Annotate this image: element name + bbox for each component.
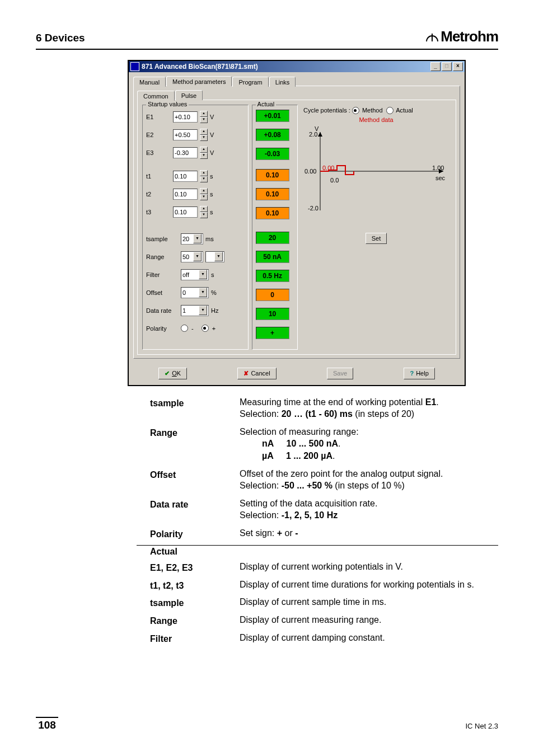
set-button[interactable]: Set [366, 233, 387, 244]
input-e3[interactable] [173, 147, 198, 158]
save-button[interactable]: Save [327, 368, 353, 379]
cancel-button[interactable]: ✘Cancel [237, 368, 276, 379]
radio-actual[interactable] [386, 107, 394, 114]
spinner-e3[interactable] [200, 147, 208, 159]
input-t1[interactable] [173, 171, 198, 182]
chart-caption: Method data [303, 116, 449, 123]
input-t2[interactable] [173, 189, 198, 200]
tab-links[interactable]: Links [269, 77, 296, 87]
dialog-window: 871 Advanced BioScan(871\871.smt) _ □ × … [128, 60, 466, 386]
select-tsample[interactable]: 20 [181, 233, 203, 245]
cycle-label: Cycle potentials : [303, 107, 350, 114]
actual-offset: 0 [256, 289, 289, 301]
actual-e3: -0.03 [256, 148, 289, 160]
subtab-common[interactable]: Common [137, 91, 175, 101]
svg-text:V: V [315, 126, 319, 132]
def-datarate: Setting of the data acquisition rate.Sel… [240, 497, 498, 522]
spinner-e1[interactable] [200, 111, 208, 123]
chevron-down-icon[interactable] [193, 234, 202, 243]
tab-manual[interactable]: Manual [133, 77, 166, 87]
window-title: 871 Advanced BioScan(871\871.smt) [142, 63, 258, 71]
group-actual: Actual +0.01 +0.08 -0.03 0.10 0.10 0.10 … [252, 105, 298, 350]
input-e1[interactable] [173, 111, 198, 123]
select-datarate[interactable]: 1 [181, 305, 209, 316]
group-title: Actual [256, 101, 277, 107]
actual-e2: +0.08 [256, 129, 289, 141]
select-range-value[interactable]: 50 [181, 251, 203, 262]
svg-text:0.00: 0.00 [305, 168, 316, 175]
chevron-down-icon[interactable] [199, 270, 207, 279]
input-t3[interactable] [173, 206, 198, 218]
window-icon [130, 62, 139, 71]
radio-polarity-minus[interactable] [181, 325, 188, 332]
chevron-down-icon[interactable] [214, 252, 223, 261]
def-aE: Display of current working potentials in… [240, 561, 498, 573]
group-title: Startup values [146, 101, 189, 107]
label-t1: t1 [146, 173, 171, 180]
term-aE: E1, E2, E3 [150, 561, 240, 574]
input-e2[interactable] [173, 129, 198, 140]
chevron-down-icon[interactable] [193, 252, 202, 261]
select-range-unit[interactable] [205, 251, 224, 262]
spinner-e2[interactable] [200, 129, 208, 141]
section-heading: 6 Devices [36, 32, 85, 44]
svg-text:0.0: 0.0 [330, 177, 339, 184]
spinner-t1[interactable] [200, 170, 208, 182]
ok-button[interactable]: ✔OOKK [158, 368, 187, 379]
label-range: Range [146, 253, 179, 260]
radio-polarity-plus[interactable] [202, 325, 209, 332]
label-e1: E1 [146, 114, 171, 120]
actual-tsample: 20 [256, 232, 289, 244]
x-icon: ✘ [243, 370, 249, 377]
unit-e3: V [210, 149, 220, 156]
tab-program[interactable]: Program [232, 77, 268, 87]
actual-t3: 0.10 [256, 207, 289, 219]
svg-marker-11 [318, 132, 322, 137]
actual-polarity: + [256, 327, 289, 339]
term-polarity: Polarity [150, 527, 240, 541]
def-range: Selection of measuring range: nA 10 ... … [240, 426, 498, 462]
minimize-icon[interactable]: _ [430, 62, 441, 71]
actual-range: 50 nA [256, 251, 289, 263]
label-plus: + [212, 325, 216, 332]
unit-t1: s [210, 173, 220, 180]
def-atsample: Display of current sample time in ms. [240, 596, 498, 608]
select-offset[interactable]: 0 [181, 287, 209, 298]
actual-t1: 0.10 [256, 169, 289, 181]
label-t2: t2 [146, 191, 171, 198]
unit-t2: s [210, 191, 220, 198]
subtab-pulse[interactable]: Pulse [175, 90, 203, 100]
actual-t2: 0.10 [256, 188, 289, 200]
maximize-icon[interactable]: □ [442, 62, 452, 71]
def-offset: Offset of the zero point for the analog … [240, 468, 498, 492]
label-e3: E3 [146, 149, 171, 156]
svg-text:1.00: 1.00 [432, 165, 444, 171]
label-offset: Offset [146, 289, 179, 296]
term-arange: Range [150, 614, 240, 627]
def-arange: Display of current measuring range. [240, 614, 498, 626]
unit-t3: s [210, 209, 220, 215]
unit-filter: s [211, 271, 221, 278]
def-at: Display of current time durations for wo… [240, 579, 498, 591]
actual-filter: 0.5 Hz [256, 270, 289, 282]
def-tsample: Measuring time at the end of working pot… [240, 396, 498, 420]
label-tsample: tsample [146, 236, 179, 242]
chevron-down-icon[interactable] [199, 288, 207, 297]
spinner-t3[interactable] [200, 206, 208, 218]
chevron-down-icon[interactable] [199, 306, 207, 315]
spinner-t2[interactable] [200, 188, 208, 200]
unit-datarate: Hz [211, 307, 221, 314]
svg-text:-2.0: -2.0 [308, 205, 318, 212]
close-icon[interactable]: × [453, 62, 463, 71]
titlebar[interactable]: 871 Advanced BioScan(871\871.smt) _ □ × [129, 61, 465, 72]
tab-method-parameters[interactable]: Method parameters [166, 76, 232, 86]
actual-datarate: 10 [256, 308, 289, 320]
label-datarate: Data rate [146, 307, 179, 314]
label-filter: Filter [146, 271, 179, 278]
radio-method[interactable] [352, 107, 359, 114]
help-button[interactable]: ?Help [404, 368, 434, 379]
cycle-chart: 2.0 0.00 -2.0 V 0.00 1.00 sec 0.0 [303, 126, 449, 216]
label-polarity: Polarity [146, 325, 179, 332]
unit-e1: V [210, 114, 220, 120]
select-filter[interactable]: off [181, 269, 209, 280]
